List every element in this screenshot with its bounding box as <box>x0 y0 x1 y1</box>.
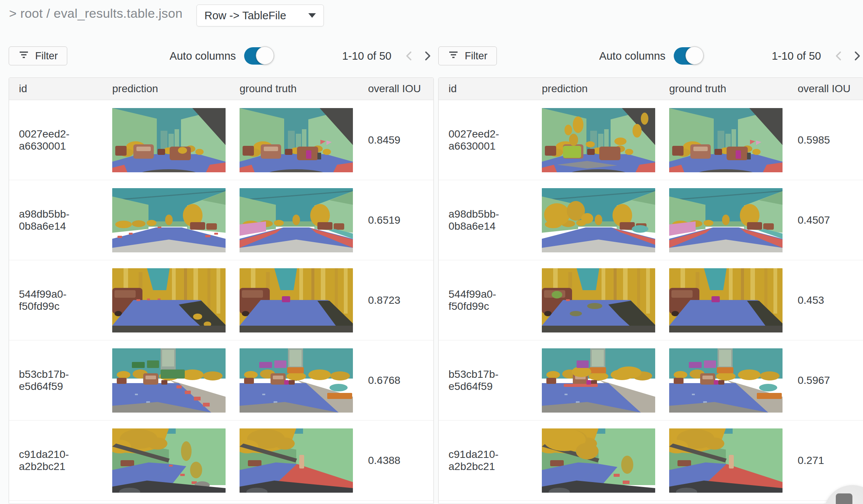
auto-columns-label: Auto columns <box>170 50 236 62</box>
iou-value: 0.6768 <box>358 374 433 387</box>
caret-down-icon <box>308 13 316 18</box>
ground-truth-cell <box>231 188 358 252</box>
auto-columns-toggle[interactable] <box>674 47 702 65</box>
table-header-row: idpredictionground truthoverall IOU <box>439 78 863 100</box>
ground-truth-image[interactable] <box>669 348 783 413</box>
table-row: b53cb17b-e5d64f590.6768 <box>9 340 433 421</box>
ground-truth-cell <box>231 108 358 172</box>
toggle-knob <box>256 46 274 65</box>
next-page-button[interactable] <box>421 49 434 63</box>
table-row: 544f99a0-f50fd99c0.8723 <box>9 260 433 340</box>
panel-icon <box>836 493 852 504</box>
prediction-image[interactable] <box>542 108 655 172</box>
column-header-prediction[interactable]: prediction <box>533 83 660 95</box>
table-header-row: idpredictionground truthoverall IOU <box>9 78 433 100</box>
table-row: a98db5bb-0b8a6e140.4507 <box>439 180 863 260</box>
ground-truth-image[interactable] <box>669 108 783 172</box>
column-header-prediction[interactable]: prediction <box>104 83 231 95</box>
results-table: idpredictionground truthoverall IOU0027e… <box>9 77 434 504</box>
ground-truth-cell <box>231 428 358 493</box>
iou-value: 0.5985 <box>788 134 863 146</box>
filter-button-label: Filter <box>35 50 58 62</box>
results-panel: FilterAuto columns1-10 of 50idprediction… <box>438 46 863 504</box>
ground-truth-image[interactable] <box>240 268 353 332</box>
auto-columns-control: Auto columns <box>599 47 703 65</box>
prediction-cell <box>104 348 231 413</box>
prediction-cell <box>104 188 231 252</box>
prediction-image[interactable] <box>542 268 655 332</box>
table-row: a98db5bb-0b8a6e140.6519 <box>9 180 433 260</box>
table-row: c91da210-a2b2bc210.271 <box>439 421 863 501</box>
results-table: idpredictionground truthoverall IOU0027e… <box>438 77 863 504</box>
row-id: 0027eed2-a6630001 <box>439 128 533 152</box>
prediction-cell <box>533 348 660 413</box>
iou-value: 0.8723 <box>358 294 433 306</box>
prev-page-button[interactable] <box>403 49 416 63</box>
row-id: b53cb17b-e5d64f59 <box>9 368 104 393</box>
column-header-ground_truth[interactable]: ground truth <box>660 83 788 95</box>
row-type-dropdown[interactable]: Row -> TableFile <box>196 5 324 26</box>
next-page-button[interactable] <box>851 49 863 63</box>
prediction-cell <box>104 268 231 332</box>
auto-columns-toggle[interactable] <box>244 47 273 65</box>
row-id: c91da210-a2b2bc21 <box>439 448 533 473</box>
ground-truth-cell <box>660 428 788 493</box>
prediction-image[interactable] <box>112 108 226 172</box>
results-panel: FilterAuto columns1-10 of 50idprediction… <box>9 46 434 504</box>
filter-icon <box>18 49 29 63</box>
ground-truth-image[interactable] <box>240 188 353 252</box>
ground-truth-image[interactable] <box>240 108 353 172</box>
ground-truth-cell <box>660 108 788 172</box>
prediction-image[interactable] <box>112 348 226 413</box>
iou-value: 0.5967 <box>788 374 863 387</box>
prediction-image[interactable] <box>112 428 226 493</box>
table-row-partial <box>439 501 863 504</box>
iou-value: 0.6519 <box>358 214 433 226</box>
column-header-id[interactable]: id <box>439 83 533 95</box>
column-header-ground_truth[interactable]: ground truth <box>231 83 358 95</box>
iou-value: 0.453 <box>788 294 863 306</box>
table-row: 544f99a0-f50fd99c0.453 <box>439 260 863 340</box>
prediction-cell <box>533 108 660 172</box>
table-row-partial <box>9 501 433 504</box>
row-id: b53cb17b-e5d64f59 <box>439 368 533 393</box>
filter-button[interactable]: Filter <box>9 46 67 65</box>
column-header-overall_iou[interactable]: overall IOU <box>358 83 433 95</box>
row-type-dropdown-value: Row -> TableFile <box>204 9 286 22</box>
iou-value: 0.4388 <box>358 455 433 467</box>
table-row: 0027eed2-a66300010.5985 <box>439 100 863 180</box>
ground-truth-cell <box>231 348 358 413</box>
filter-button[interactable]: Filter <box>438 46 497 65</box>
iou-value: 0.8459 <box>358 134 433 146</box>
prediction-cell <box>533 268 660 332</box>
table-row: 0027eed2-a66300010.8459 <box>9 100 433 180</box>
table-row: b53cb17b-e5d64f590.5967 <box>439 340 863 421</box>
ground-truth-image[interactable] <box>669 188 783 252</box>
ground-truth-cell <box>660 188 788 252</box>
ground-truth-image[interactable] <box>240 428 353 493</box>
ground-truth-cell <box>660 268 788 332</box>
prev-page-button[interactable] <box>832 49 845 63</box>
filter-icon <box>448 49 459 63</box>
pagination-range: 1-10 of 50 <box>772 50 821 62</box>
ground-truth-image[interactable] <box>669 268 783 332</box>
filter-button-label: Filter <box>465 50 487 62</box>
prediction-image[interactable] <box>112 188 226 252</box>
prediction-image[interactable] <box>542 188 655 252</box>
panel-toolbar: FilterAuto columns1-10 of 50 <box>438 46 863 65</box>
ground-truth-image[interactable] <box>240 348 353 413</box>
prediction-image[interactable] <box>542 348 655 413</box>
pagination: 1-10 of 50 <box>772 49 863 63</box>
prediction-image[interactable] <box>112 268 226 332</box>
prediction-cell <box>104 428 231 493</box>
row-id: c91da210-a2b2bc21 <box>9 448 104 473</box>
iou-value: 0.4507 <box>788 214 863 226</box>
column-header-overall_iou[interactable]: overall IOU <box>788 83 863 95</box>
row-id: 544f99a0-f50fd99c <box>439 288 533 312</box>
row-id: 544f99a0-f50fd99c <box>9 288 104 312</box>
ground-truth-image[interactable] <box>669 428 783 493</box>
column-header-id[interactable]: id <box>9 83 104 95</box>
prediction-image[interactable] <box>542 428 655 493</box>
ground-truth-cell <box>231 268 358 332</box>
table-row: c91da210-a2b2bc210.4388 <box>9 421 433 501</box>
